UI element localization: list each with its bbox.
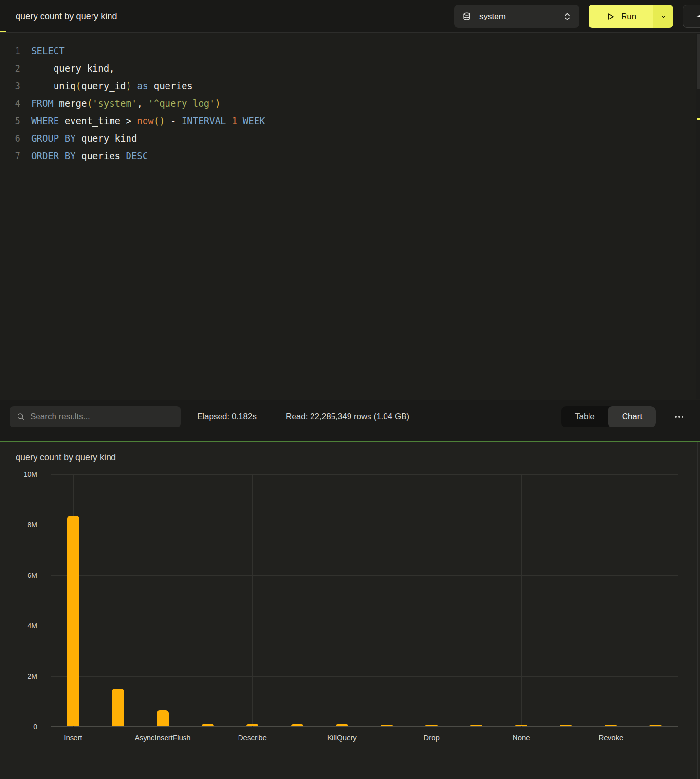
x-tick-label: Drop bbox=[424, 733, 440, 742]
database-icon bbox=[462, 12, 472, 21]
database-selector[interactable]: system bbox=[454, 5, 579, 28]
line-number: 5 bbox=[0, 112, 20, 130]
line-number: 4 bbox=[0, 94, 20, 112]
elapsed-stat: Elapsed: 0.182s bbox=[197, 400, 257, 433]
read-stat: Read: 22,285,349 rows (1.04 GB) bbox=[286, 400, 409, 433]
x-tick-label: KillQuery bbox=[327, 733, 357, 742]
bar-unlabeled[interactable] bbox=[202, 724, 214, 726]
gridline-horizontal bbox=[51, 474, 678, 475]
bar-unlabeled[interactable] bbox=[291, 724, 303, 726]
search-results-input[interactable] bbox=[30, 412, 174, 422]
chart-panel: query count by query kind 02M4M6M8M10M I… bbox=[0, 442, 700, 779]
search-icon bbox=[17, 412, 25, 421]
code-line: 2 query_kind, bbox=[0, 59, 265, 77]
y-tick-label: 8M bbox=[28, 521, 37, 529]
chart-plot bbox=[51, 474, 678, 727]
bar-unlabeled[interactable] bbox=[381, 725, 393, 726]
gridline-vertical bbox=[342, 474, 342, 727]
code-line: 6GROUP BY query_kind bbox=[0, 130, 265, 147]
gridline-horizontal bbox=[51, 575, 678, 576]
y-tick-label: 6M bbox=[28, 572, 37, 579]
bar-Revoke[interactable] bbox=[605, 725, 617, 726]
code-line: 1SELECT bbox=[0, 42, 265, 59]
cursor-position-marker bbox=[697, 118, 700, 120]
bar-unlabeled[interactable] bbox=[112, 689, 124, 726]
sparkle-icon bbox=[694, 10, 700, 23]
bar-unlabeled[interactable] bbox=[470, 725, 482, 726]
run-button[interactable]: Run bbox=[589, 5, 653, 28]
chart-y-axis: 02M4M6M8M10M bbox=[0, 474, 47, 727]
bar-AsyncInsertFlush[interactable] bbox=[157, 710, 169, 726]
more-options-button[interactable] bbox=[671, 411, 687, 423]
gridline-horizontal bbox=[51, 525, 678, 525]
query-tab-header: query count by query kind system Run bbox=[0, 0, 700, 33]
bar-KillQuery[interactable] bbox=[336, 724, 348, 726]
active-tab-accent bbox=[0, 31, 6, 32]
code-line: 4FROM merge('system', '^query_log') bbox=[0, 94, 265, 112]
query-title: query count by query kind bbox=[16, 0, 117, 33]
line-number: 6 bbox=[0, 130, 20, 147]
tab-chart[interactable]: Chart bbox=[608, 406, 656, 427]
line-number: 1 bbox=[0, 42, 20, 59]
database-selector-value: system bbox=[479, 12, 563, 21]
x-tick-label: Insert bbox=[64, 733, 82, 742]
bar-unlabeled[interactable] bbox=[560, 725, 572, 726]
gridline-horizontal bbox=[51, 676, 678, 677]
x-tick-label: AsyncInsertFlush bbox=[135, 733, 191, 742]
run-split-button: Run bbox=[589, 5, 673, 28]
gridline-vertical bbox=[611, 474, 611, 727]
bar-None[interactable] bbox=[515, 725, 527, 726]
indent-guide bbox=[35, 59, 35, 94]
gridline-vertical bbox=[163, 474, 163, 727]
results-view-toggle: Table Chart bbox=[561, 406, 656, 427]
line-number: 3 bbox=[0, 77, 20, 94]
editor-scrollbar[interactable] bbox=[696, 33, 700, 399]
chart-title: query count by query kind bbox=[16, 452, 116, 463]
chevron-down-icon bbox=[660, 13, 667, 20]
y-tick-label: 2M bbox=[28, 672, 37, 680]
gridline-vertical bbox=[252, 474, 253, 727]
code-line: 5WHERE event_time > now() - INTERVAL 1 W… bbox=[0, 112, 265, 130]
bar-Describe[interactable] bbox=[246, 724, 258, 726]
y-tick-label: 0 bbox=[33, 723, 37, 731]
ai-assist-button[interactable] bbox=[683, 5, 700, 28]
code-line: 3 uniq(query_id) as queries bbox=[0, 77, 265, 94]
bar-unlabeled[interactable] bbox=[649, 725, 662, 727]
ellipsis-icon bbox=[675, 416, 677, 418]
gridline-vertical bbox=[521, 474, 522, 727]
scrollbar-thumb[interactable] bbox=[697, 34, 700, 89]
y-tick-label: 4M bbox=[28, 622, 37, 630]
line-number: 2 bbox=[0, 59, 20, 77]
run-options-button[interactable] bbox=[653, 5, 673, 28]
sql-editor[interactable]: 1SELECT2 query_kind,3 uniq(query_id) as … bbox=[0, 33, 700, 399]
code-line: 7ORDER BY queries DESC bbox=[0, 147, 265, 165]
x-tick-label: None bbox=[513, 733, 530, 742]
x-tick-label: Describe bbox=[238, 733, 267, 742]
x-tick-label: Revoke bbox=[598, 733, 623, 742]
line-number: 7 bbox=[0, 147, 20, 165]
gridline-vertical bbox=[432, 474, 432, 727]
play-icon bbox=[606, 12, 615, 21]
tab-table[interactable]: Table bbox=[561, 406, 608, 427]
bar-Insert[interactable] bbox=[67, 516, 79, 726]
results-toolbar: Elapsed: 0.182s Read: 22,285,349 rows (1… bbox=[0, 400, 700, 441]
y-tick-label: 10M bbox=[24, 470, 37, 478]
select-updown-icon bbox=[563, 11, 571, 22]
search-results-box[interactable] bbox=[10, 406, 181, 427]
chart-x-axis: InsertAsyncInsertFlushDescribeKillQueryD… bbox=[51, 733, 678, 745]
sql-code: 1SELECT2 query_kind,3 uniq(query_id) as … bbox=[0, 42, 265, 165]
gridline-horizontal bbox=[51, 626, 678, 626]
bar-Drop[interactable] bbox=[425, 725, 438, 726]
x-axis-line bbox=[51, 726, 678, 727]
run-button-label: Run bbox=[621, 12, 636, 21]
chart-scroll-border bbox=[697, 442, 698, 779]
